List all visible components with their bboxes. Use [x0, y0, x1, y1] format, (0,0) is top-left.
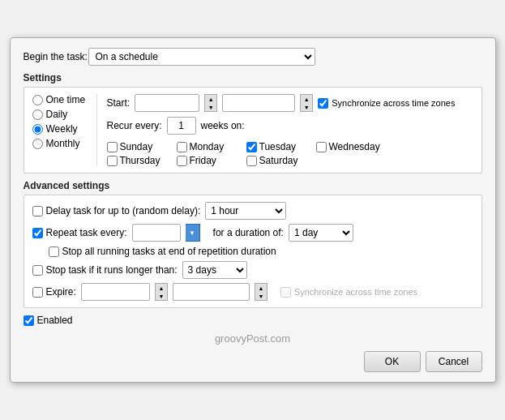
radio-one-time-input[interactable]	[32, 95, 43, 105]
expire-time-spin-up[interactable]: ▲	[255, 284, 267, 292]
date-spinner[interactable]: ▲ ▼	[204, 94, 217, 112]
advanced-label: Advanced settings	[24, 180, 482, 191]
advanced-box: Delay task for up to (random delay): 1 h…	[24, 195, 482, 308]
day-saturday-check[interactable]	[246, 156, 257, 166]
stop-longer-select[interactable]: 3 days	[182, 261, 247, 279]
recur-num-input[interactable]: 1	[167, 117, 196, 135]
day-tuesday[interactable]: Tuesday	[246, 141, 311, 152]
dialog: Begin the task: On a schedule Settings O…	[10, 37, 496, 383]
expire-label: Expire:	[46, 286, 76, 298]
time-spin-up[interactable]: ▲	[301, 95, 312, 103]
day-wednesday[interactable]: Wednesday	[316, 141, 381, 152]
recur-row: Recur every: 1 weeks on:	[107, 117, 473, 135]
day-thursday[interactable]: Thursday	[107, 155, 172, 166]
start-row: Start: 7/ 9/2012 ▲ ▼ 12:15:00 PM ▲ ▼ Syn…	[107, 94, 473, 112]
start-label: Start:	[107, 97, 131, 109]
ok-button[interactable]: OK	[364, 351, 421, 372]
radio-daily[interactable]: Daily	[32, 109, 88, 120]
days-row-1: Sunday Monday Tuesday Wednesday	[107, 141, 473, 152]
repeat-value-input[interactable]: 1 hour	[132, 224, 181, 242]
radio-monthly-input[interactable]	[32, 139, 43, 149]
expire-checkbox[interactable]	[32, 287, 43, 298]
begin-task-label: Begin the task:	[24, 51, 88, 62]
day-tuesday-check[interactable]	[246, 142, 257, 152]
day-wednesday-check[interactable]	[316, 142, 327, 152]
stop-longer-checkbox[interactable]	[32, 265, 43, 276]
delay-check-label[interactable]: Delay task for up to (random delay):	[32, 205, 201, 216]
sync-label: Synchronize across time zones	[332, 98, 455, 108]
duration-select[interactable]: 1 day	[289, 224, 353, 242]
day-sunday-label: Sunday	[120, 141, 153, 152]
delay-checkbox[interactable]	[32, 206, 43, 216]
delay-row: Delay task for up to (random delay): 1 h…	[32, 202, 473, 220]
start-time-input[interactable]: 12:15:00 PM	[222, 94, 295, 112]
expire-time-spin-down[interactable]: ▼	[255, 292, 267, 300]
recur-label: Recur every:	[107, 120, 162, 131]
day-monday-check[interactable]	[177, 142, 187, 152]
radio-one-time-label: One time	[46, 94, 86, 105]
repeat-label: Repeat task every:	[46, 227, 127, 238]
day-monday[interactable]: Monday	[177, 141, 242, 152]
time-spin-down[interactable]: ▼	[301, 103, 312, 111]
duration-label: for a duration of:	[213, 227, 284, 238]
cancel-button[interactable]: Cancel	[426, 351, 482, 372]
date-spin-down[interactable]: ▼	[205, 103, 216, 111]
days-row-2: Thursday Friday Saturday	[107, 155, 473, 166]
expire-time-input[interactable]: 12:02:04 AM	[173, 283, 250, 301]
radio-weekly-label: Weekly	[46, 123, 78, 135]
delay-select[interactable]: 1 hour	[205, 202, 286, 220]
radio-weekly-input[interactable]	[32, 124, 43, 135]
start-date-input[interactable]: 7/ 9/2012	[135, 94, 199, 112]
begin-task-row: Begin the task: On a schedule	[24, 48, 482, 66]
watermark: groovyPost.com	[24, 332, 482, 345]
repeat-checkbox[interactable]	[32, 228, 43, 238]
settings-label: Settings	[24, 72, 482, 84]
day-sunday-check[interactable]	[107, 142, 118, 152]
stop-running-text: Stop all running tasks at end of repetit…	[62, 246, 276, 257]
expire-date-spinner[interactable]: ▲ ▼	[155, 283, 168, 301]
day-saturday-label: Saturday	[259, 155, 298, 166]
settings-box: One time Daily Weekly Monthly Start: 7/ …	[24, 87, 482, 174]
day-thursday-check[interactable]	[107, 156, 118, 166]
expire-check-label[interactable]: Expire:	[32, 286, 76, 298]
radio-group: One time Daily Weekly Monthly	[32, 94, 97, 166]
expire-date-spin-up[interactable]: ▲	[156, 284, 167, 292]
radio-monthly-label: Monthly	[46, 138, 80, 149]
radio-weekly[interactable]: Weekly	[32, 123, 88, 135]
sync-checkbox[interactable]	[318, 98, 328, 109]
day-wednesday-label: Wednesday	[329, 141, 380, 152]
expire-sync-label: Synchronize across time zones	[294, 287, 417, 297]
enabled-label: Enabled	[37, 315, 73, 326]
sync-label-row[interactable]: Synchronize across time zones	[318, 98, 455, 109]
weeks-on-label: weeks on:	[201, 120, 245, 131]
stop-running-checkbox[interactable]	[49, 246, 59, 257]
radio-daily-input[interactable]	[32, 109, 43, 120]
repeat-check-label[interactable]: Repeat task every:	[32, 227, 127, 238]
radio-monthly[interactable]: Monthly	[32, 138, 88, 149]
day-friday-check[interactable]	[177, 156, 187, 166]
day-sunday[interactable]: Sunday	[107, 141, 172, 152]
day-monday-label: Monday	[190, 141, 225, 152]
date-spin-up[interactable]: ▲	[205, 95, 216, 103]
expire-sync-checkbox[interactable]	[280, 287, 291, 298]
stop-longer-check-label[interactable]: Stop task if it runs longer than:	[32, 264, 178, 276]
radio-one-time[interactable]: One time	[32, 94, 88, 105]
expire-date-input[interactable]: 7/ 9/2013	[81, 283, 150, 301]
radio-daily-label: Daily	[46, 109, 68, 120]
enabled-checkbox[interactable]	[24, 315, 34, 326]
footer: OK Cancel	[24, 351, 482, 372]
time-spinner[interactable]: ▲ ▼	[300, 94, 313, 112]
enabled-row: Enabled	[24, 315, 482, 326]
day-friday[interactable]: Friday	[177, 155, 242, 166]
expire-time-spinner[interactable]: ▲ ▼	[255, 283, 267, 301]
day-saturday[interactable]: Saturday	[246, 155, 311, 166]
enabled-check-label[interactable]: Enabled	[24, 315, 73, 326]
repeat-dropdown-btn[interactable]: ▼	[186, 224, 200, 242]
begin-task-select[interactable]: On a schedule	[88, 48, 315, 66]
repeat-row: Repeat task every: 1 hour ▼ for a durati…	[32, 224, 473, 242]
stop-running-label[interactable]: Stop all running tasks at end of repetit…	[49, 246, 276, 257]
day-friday-label: Friday	[190, 155, 216, 166]
days-grid: Sunday Monday Tuesday Wednesday	[107, 141, 473, 166]
stop-longer-row: Stop task if it runs longer than: 3 days	[32, 261, 473, 279]
expire-date-spin-down[interactable]: ▼	[156, 292, 167, 300]
